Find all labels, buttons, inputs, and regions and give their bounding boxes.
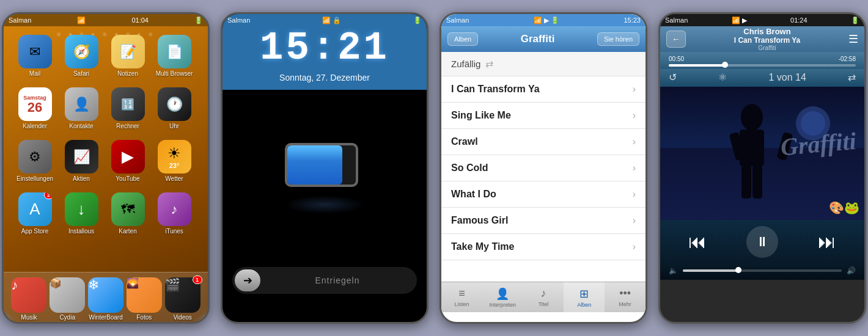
app-icon-karten[interactable]: 🗺 Karten (106, 192, 149, 241)
album-art-title: Graffiti (779, 126, 861, 205)
dock-videos[interactable]: 🎬 1 Videos (165, 277, 200, 321)
app-label-rechner: Rechner (116, 123, 139, 130)
time-4: 01:24 (790, 16, 807, 24)
dock-winterboard[interactable]: ❄ WinterBoard (88, 277, 123, 321)
song-item-0[interactable]: I Can Transform Ya › (441, 76, 645, 103)
song-item-5[interactable]: Famous Girl › (441, 208, 645, 234)
song-title-1: Sing Like Me (451, 110, 511, 121)
song-item-1[interactable]: Sing Like Me › (441, 103, 645, 129)
app-label-einstellungen: Einstellungen (17, 175, 53, 182)
song-item-3[interactable]: So Cold › (441, 155, 645, 181)
app-label-kontakte: Kontakte (69, 123, 93, 130)
carrier-2: Salman (227, 16, 250, 24)
progress-track[interactable] (669, 64, 856, 67)
app-icon-multibrowser[interactable]: 📄 Multi Browser (153, 35, 196, 84)
shuffle-row[interactable]: Zufällig ⇄ (441, 52, 645, 76)
carrier-4: Salman (665, 16, 688, 24)
song-item-6[interactable]: Take My Time › (441, 234, 645, 260)
tab-alben[interactable]: ⊞ Alben (564, 282, 605, 312)
music-nav-bar: Alben Graffiti Sie hören (441, 26, 645, 52)
chevron-icon-5: › (633, 215, 636, 226)
app-icon-mail[interactable]: ✉ Mail (13, 35, 56, 84)
time-1: 01:04 (131, 16, 149, 24)
svg-rect-5 (740, 130, 764, 166)
repeat-icon[interactable]: ↺ (669, 71, 677, 83)
battery-reflection (285, 195, 364, 214)
volume-low-icon: 🔈 (669, 266, 678, 275)
player-track-title: I Can Transform Ya (734, 36, 801, 45)
app-icon-youtube[interactable]: ▶ YouTube (106, 140, 149, 189)
status-bar-1: Salman 📶 01:04 🔋 (4, 14, 208, 26)
status-bar-2: Salman 📶 🔒 🔋 (223, 14, 427, 26)
fastforward-button[interactable]: ⏭ (818, 232, 836, 252)
tab-interpreten[interactable]: 👤 Interpreten (482, 282, 523, 312)
shuffle-label: Zufällig (451, 59, 480, 69)
song-title-3: So Cold (451, 163, 488, 173)
app-icon-itunes[interactable]: ♪ iTunes (153, 192, 196, 241)
dock-fotos[interactable]: 🌄 Fotos (127, 277, 162, 321)
song-item-4[interactable]: What I Do › (441, 181, 645, 208)
rewind-button[interactable]: ⏮ (688, 232, 707, 252)
installous-icon: ↓ (65, 192, 98, 226)
back-button-albums[interactable]: Alben (447, 32, 478, 46)
app-label-wetter: Wetter (165, 175, 183, 182)
player-controls-bar: ↺ ⚛ 1 von 14 ⇄ (660, 69, 864, 87)
app-icon-aktien[interactable]: 📈 Aktien (60, 140, 103, 189)
karten-icon: 🗺 (111, 192, 145, 226)
tab-listen[interactable]: ≡ Listen (441, 282, 482, 312)
song-item-2[interactable]: Crawl › (441, 129, 645, 155)
volume-fill (683, 269, 738, 272)
player-artist: Chris Brown (734, 27, 801, 36)
dock-musik[interactable]: ♪ Musik (11, 277, 46, 321)
chevron-icon-3: › (633, 163, 636, 173)
tab-label-interpreten: Interpreten (489, 302, 516, 308)
slide-text: Entriegeln (260, 276, 414, 285)
dock-label-cydia: Cydia (59, 314, 75, 321)
tracklist-button[interactable]: ☰ (848, 32, 858, 46)
volume-area: 🔈 🔊 (660, 264, 864, 280)
tab-mehr[interactable]: ••• Mehr (605, 282, 645, 312)
chevron-icon-6: › (633, 241, 636, 252)
time-3: 15:23 (623, 16, 641, 24)
app-icon-einstellungen[interactable]: ⚙ Einstellungen (13, 140, 56, 189)
app-icon-uhr[interactable]: 🕐 Uhr (153, 87, 196, 136)
app-icon-installous[interactable]: ↓ Installous (60, 192, 103, 241)
app-icon-wetter[interactable]: ☀ 23° Wetter (153, 140, 196, 189)
lock-date: Sonntag, 27. Dezember (223, 73, 427, 82)
app-icon-kontakte[interactable]: 👤 Kontakte (60, 87, 103, 136)
player-back-button[interactable]: ← (666, 31, 686, 48)
app-icon-appstore[interactable]: A 2 App Store (13, 192, 56, 241)
battery-fill (287, 145, 342, 184)
atom-icon[interactable]: ⚛ (718, 71, 727, 83)
battery-display (285, 143, 364, 192)
tab-titel[interactable]: ♪ Titel (523, 282, 564, 312)
shuffle-icon[interactable]: ⇄ (848, 71, 856, 83)
app-icon-rechner[interactable]: 🔢 Rechner (106, 87, 149, 136)
app-label-mail: Mail (29, 70, 40, 77)
app-icon-notizen[interactable]: 📝 Notizen (106, 35, 149, 84)
app-label-youtube: YouTube (116, 175, 139, 182)
slide-to-unlock[interactable]: ➔ Entriegeln (232, 267, 417, 294)
svg-rect-9 (752, 165, 762, 199)
volume-track[interactable] (683, 269, 842, 272)
battery-area (223, 90, 427, 267)
slide-handle[interactable]: ➔ (235, 269, 260, 291)
appstore-badge: 2 (44, 192, 52, 199)
song-title-0: I Can Transform Ya (451, 84, 540, 95)
interpreten-icon: 👤 (496, 287, 509, 301)
battery-icon-1: 🔋 (194, 16, 203, 24)
app-icon-kalender[interactable]: Samstag 26 Kalender (13, 87, 56, 136)
musik-dock-icon: ♪ (11, 277, 46, 313)
wifi-icon-3: 📶 ▶ 🔋 (534, 16, 559, 24)
progress-area: 00:50 -02:58 (660, 52, 864, 69)
videos-badge: 1 (193, 276, 202, 284)
pause-button[interactable]: ⏸ (746, 226, 778, 258)
wifi-icon-4: 📶 ▶ (732, 16, 747, 24)
player-nav: ← Chris Brown I Can Transform Ya Graffit… (660, 26, 864, 52)
dock-cydia[interactable]: 📦 Cydia (50, 277, 85, 321)
cartoon-characters: 🎨🐸 (829, 200, 859, 215)
app-label-safari: Safari (73, 70, 89, 77)
app-label-installous: Installous (68, 228, 94, 235)
now-playing-button[interactable]: Sie hören (597, 32, 639, 46)
app-icon-safari[interactable]: 🧭 Safari (60, 35, 103, 84)
